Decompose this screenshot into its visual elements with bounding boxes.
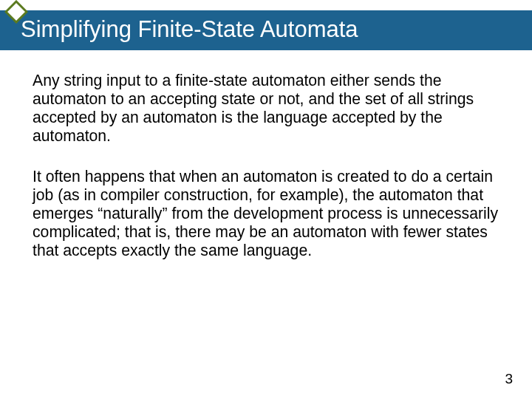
paragraph-1: Any string input to a finite-state autom… (33, 71, 502, 145)
page-number: 3 (505, 371, 513, 387)
bullet-diamond-icon (4, 0, 28, 24)
paragraph-2: It often happens that when an automaton … (33, 167, 502, 259)
body-content: Any string input to a finite-state autom… (0, 50, 532, 259)
title-bar: Simplifying Finite-State Automata (0, 10, 532, 50)
svg-marker-0 (6, 1, 27, 22)
slide-title: Simplifying Finite-State Automata (21, 16, 358, 42)
